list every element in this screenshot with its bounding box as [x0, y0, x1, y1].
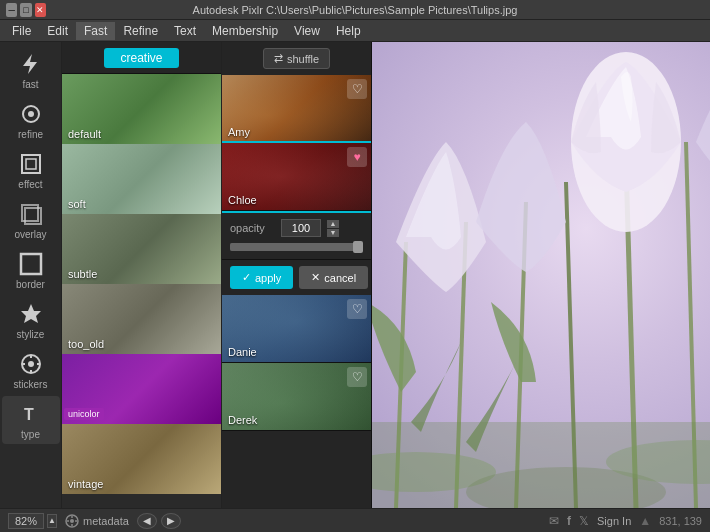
minimize-button[interactable]: ─ [6, 3, 17, 17]
opacity-input[interactable] [281, 219, 321, 237]
sidebar-item-stickers[interactable]: stickers [2, 346, 60, 394]
svg-point-9 [28, 361, 34, 367]
nav-prev-button[interactable]: ◀ [137, 513, 157, 529]
opacity-up-arrow[interactable]: ▲ [327, 220, 339, 228]
sidebar-item-fast[interactable]: fast [2, 46, 60, 94]
danie-label: Danie [228, 346, 257, 358]
main-area: fast refine effect overlay border [0, 42, 710, 508]
cancel-label: cancel [324, 272, 356, 284]
metadata-label[interactable]: metadata [83, 515, 129, 527]
filter-item-unicolor[interactable]: unicolor [62, 354, 221, 424]
stickers-label: stickers [14, 379, 48, 390]
menu-bar: File Edit Fast Refine Text Membership Vi… [0, 20, 710, 42]
chloe-heart[interactable]: ♥ [347, 147, 367, 167]
zoom-up-arrow[interactable]: ▲ [47, 514, 57, 528]
sidebar-item-refine[interactable]: refine [2, 96, 60, 144]
close-button[interactable]: ✕ [35, 3, 46, 17]
shuffle-area: ⇄ shuffle [222, 42, 371, 75]
filter-item-soft[interactable]: soft [62, 144, 221, 214]
sidebar-item-stylize[interactable]: stylize [2, 296, 60, 344]
filter-item-creative[interactable]: creative [62, 42, 221, 74]
effect-icon [17, 150, 45, 178]
left-sidebar: fast refine effect overlay border [0, 42, 62, 508]
derek-heart[interactable]: ♡ [347, 367, 367, 387]
sidebar-item-type[interactable]: T type [2, 396, 60, 444]
shuffle-button[interactable]: ⇄ shuffle [263, 48, 330, 69]
apply-button[interactable]: ✓ apply [230, 266, 293, 289]
status-bar: 82% ▲ metadata ◀ ▶ ✉ f 𝕏 Sign In ▲ 831, … [0, 508, 710, 532]
svg-marker-7 [21, 304, 41, 323]
sidebar-item-border[interactable]: border [2, 246, 60, 294]
email-icon[interactable]: ✉ [549, 514, 559, 528]
type-label: type [21, 429, 40, 440]
creative-filter-list: ♡ Amy ♥ Chloe opacity ▲ ▼ [222, 75, 371, 508]
zoom-area: 82% ▲ [8, 513, 57, 529]
opacity-slider[interactable] [230, 243, 363, 251]
twitter-icon[interactable]: 𝕏 [579, 514, 589, 528]
filter-too-old-label: too_old [68, 338, 104, 350]
amy-heart[interactable]: ♡ [347, 79, 367, 99]
filter-vintage-label: vintage [68, 478, 103, 490]
window-title: Autodesk Pixlr C:\Users\Public\Pictures\… [46, 4, 664, 16]
action-buttons: ✓ apply ✕ cancel [222, 260, 371, 295]
creative-item-amy[interactable]: ♡ Amy [222, 75, 371, 143]
cancel-x-icon: ✕ [311, 271, 320, 284]
menu-view[interactable]: View [286, 22, 328, 40]
sidebar-item-overlay[interactable]: overlay [2, 196, 60, 244]
opacity-label: opacity [230, 222, 275, 234]
refine-label: refine [18, 129, 43, 140]
filter-soft-label: soft [68, 198, 86, 210]
menu-fast[interactable]: Fast [76, 22, 115, 40]
filter-item-default[interactable]: default [62, 74, 221, 144]
chloe-label: Chloe [228, 194, 257, 206]
unicolor-tag: unicolor [64, 408, 104, 420]
svg-rect-3 [26, 159, 36, 169]
maximize-button[interactable]: □ [20, 3, 31, 17]
menu-edit[interactable]: Edit [39, 22, 76, 40]
filter-item-vintage[interactable]: vintage [62, 424, 221, 494]
nav-next-button[interactable]: ▶ [161, 513, 181, 529]
opacity-slider-fill [230, 243, 363, 251]
metadata-icon [65, 514, 79, 528]
creative-item-derek[interactable]: ♡ Derek [222, 363, 371, 431]
creative-item-danie[interactable]: ♡ Danie [222, 295, 371, 363]
menu-membership[interactable]: Membership [204, 22, 286, 40]
opacity-control: opacity ▲ ▼ [222, 211, 371, 260]
filter-default-label: default [68, 128, 101, 140]
filter-panel: creative default soft subtle too_old uni… [62, 42, 222, 508]
menu-help[interactable]: Help [328, 22, 369, 40]
overlay-icon [17, 200, 45, 228]
image-area [372, 42, 710, 508]
menu-text[interactable]: Text [166, 22, 204, 40]
svg-rect-2 [22, 155, 40, 173]
opacity-slider-handle[interactable] [353, 241, 363, 253]
sidebar-item-effect[interactable]: effect [2, 146, 60, 194]
fast-label: fast [22, 79, 38, 90]
filter-item-too-old[interactable]: too_old [62, 284, 221, 354]
filter-item-subtle[interactable]: subtle [62, 214, 221, 284]
overlay-label: overlay [14, 229, 46, 240]
stickers-icon [17, 350, 45, 378]
zoom-value: 82% [8, 513, 44, 529]
shuffle-icon: ⇄ [274, 52, 283, 65]
nav-arrows: ◀ ▶ [137, 513, 181, 529]
svg-text:T: T [24, 406, 34, 423]
shuffle-label: shuffle [287, 53, 319, 65]
facebook-icon[interactable]: f [567, 514, 571, 528]
metadata-area[interactable]: metadata [65, 514, 129, 528]
tulip-image [372, 42, 710, 508]
creative-tab-badge[interactable]: creative [104, 48, 178, 68]
title-bar: ─ □ ✕ Autodesk Pixlr C:\Users\Public\Pic… [0, 0, 710, 20]
opacity-down-arrow[interactable]: ▼ [327, 229, 339, 237]
creative-item-chloe[interactable]: ♥ Chloe [222, 143, 371, 211]
coordinates: 831, 139 [659, 515, 702, 527]
danie-heart[interactable]: ♡ [347, 299, 367, 319]
sign-in-link[interactable]: Sign In [597, 515, 631, 527]
cancel-button[interactable]: ✕ cancel [299, 266, 368, 289]
creative-panel: ⇄ shuffle ♡ Amy ♥ Chloe opacity [222, 42, 372, 508]
stylize-label: stylize [17, 329, 45, 340]
menu-file[interactable]: File [4, 22, 39, 40]
menu-refine[interactable]: Refine [115, 22, 166, 40]
border-label: border [16, 279, 45, 290]
fast-icon [17, 50, 45, 78]
